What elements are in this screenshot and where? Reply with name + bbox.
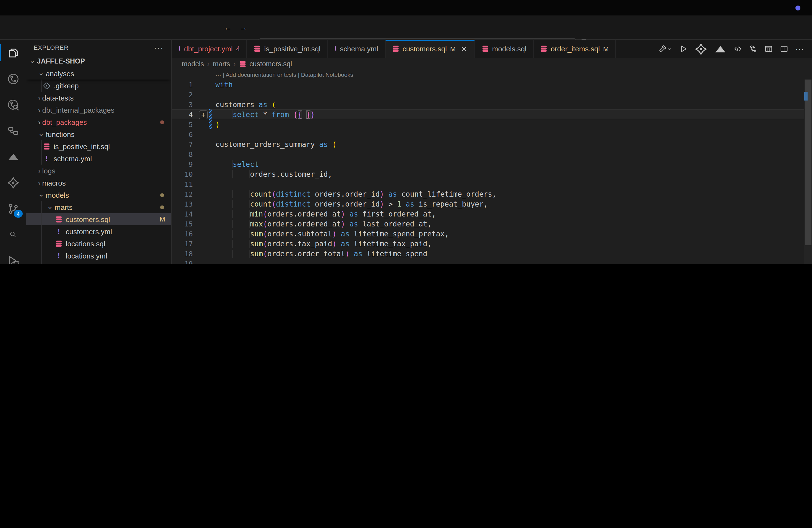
line-number[interactable]: 19: [172, 259, 193, 264]
tree-item-models[interactable]: ⌄models: [26, 189, 171, 201]
navigate-back-icon[interactable]: ←: [224, 23, 232, 32]
code-line-15[interactable]: 15 max(orders.ordered_at) as last_ordere…: [172, 219, 804, 229]
line-number[interactable]: 5: [172, 120, 193, 128]
code-line-19[interactable]: 19: [172, 259, 804, 264]
line-number[interactable]: 10: [172, 170, 193, 178]
code-line-16[interactable]: 16 sum(orders.subtotal) as lifetime_spen…: [172, 229, 804, 239]
activity-item-run-and-debug[interactable]: [0, 247, 26, 264]
tree-item-customers.yml[interactable]: !customers.yml: [26, 225, 171, 237]
tab-order_items-sql[interactable]: order_items.sqlM: [534, 40, 616, 58]
tree-item-analyses[interactable]: ⌄analyses: [26, 68, 171, 79]
action-altimate-action[interactable]: [714, 43, 726, 55]
line-number[interactable]: 4: [172, 110, 193, 118]
code-line-3[interactable]: 3customers as (: [172, 99, 804, 109]
code-line-7[interactable]: 7customer_orders_summary as (: [172, 139, 804, 149]
line-number[interactable]: 14: [172, 210, 193, 218]
line-number[interactable]: 18: [172, 249, 193, 258]
tree-item-locations.yml[interactable]: !locations.yml: [26, 250, 171, 262]
action-split-editor[interactable]: [780, 45, 788, 53]
line-number[interactable]: 1: [172, 80, 193, 89]
breadcrumb-marts[interactable]: marts: [213, 60, 230, 68]
code-line-9[interactable]: 9 select: [172, 159, 804, 169]
code-line-8[interactable]: 8: [172, 149, 804, 159]
line-number[interactable]: 6: [172, 130, 193, 138]
line-number[interactable]: 3: [172, 100, 193, 108]
explorer-header: EXPLORER ···: [26, 40, 171, 55]
tree-item-data-tests[interactable]: ›data-tests: [26, 92, 171, 104]
tree-item-label: locations.yml: [66, 252, 107, 260]
tree-item-.gitkeep[interactable]: .gitkeep: [26, 79, 171, 92]
modified-line-marker: [209, 109, 212, 119]
line-number[interactable]: 11: [172, 180, 193, 188]
line-number[interactable]: 9: [172, 160, 193, 168]
close-icon[interactable]: [460, 45, 468, 53]
add-line-button[interactable]: +: [199, 111, 208, 119]
code-line-6[interactable]: 6: [172, 129, 804, 139]
breadcrumb-models[interactable]: models: [182, 60, 204, 68]
code-line-11[interactable]: 11: [172, 179, 804, 189]
activity-item-project-map[interactable]: [0, 118, 26, 144]
tab-is_positive_int-sql[interactable]: is_positive_int.sql: [247, 40, 328, 58]
activity-item-explorer[interactable]: [0, 40, 26, 66]
tree-item-locations.sql[interactable]: locations.sql: [26, 237, 171, 250]
play-icon: [679, 45, 688, 53]
tree-item-customers.sql[interactable]: customers.sqlM: [26, 213, 171, 225]
tab-customers-sql[interactable]: customers.sqlM: [385, 40, 475, 58]
action-run-query[interactable]: [679, 45, 688, 53]
tree-item-logs[interactable]: ›logs: [26, 165, 171, 177]
code-line-2[interactable]: 2: [172, 89, 804, 99]
tab-dbt_project-yml[interactable]: !dbt_project.yml4: [172, 40, 247, 58]
code-line-17[interactable]: 17 sum(orders.tax_paid) as lifetime_tax_…: [172, 239, 804, 249]
tab-label: models.sql: [492, 45, 526, 53]
editor-scrollbar[interactable]: [804, 79, 812, 264]
action-more-actions[interactable]: ···: [795, 45, 804, 53]
activity-item-query-analysis[interactable]: [0, 92, 26, 118]
tree-item-dbt_internal_packages[interactable]: ›dbt_internal_packages: [26, 104, 171, 116]
gutter-decorations: [193, 139, 215, 149]
tree-item-marts[interactable]: ⌄marts: [26, 201, 171, 213]
line-number[interactable]: 8: [172, 150, 193, 158]
navigate-forward-icon[interactable]: →: [239, 23, 247, 32]
action-git-compare[interactable]: [749, 45, 757, 53]
line-number[interactable]: 12: [172, 190, 193, 198]
activity-item-source-control[interactable]: 4: [0, 195, 26, 221]
line-number[interactable]: 15: [172, 220, 193, 228]
code-editor[interactable]: models › marts › customers.sql ··· | Add…: [172, 58, 812, 264]
modified-badge: M: [160, 216, 165, 223]
code-line-1[interactable]: 1with: [172, 79, 804, 89]
activity-item-dbt-power-user[interactable]: [0, 170, 26, 195]
tree-item-functions[interactable]: ⌄functions: [26, 128, 171, 140]
line-number[interactable]: 7: [172, 140, 193, 148]
activity-item-lineage[interactable]: [0, 66, 26, 92]
codelens-actions[interactable]: ··· | Add documentation or tests | Datap…: [172, 70, 812, 79]
code-line-10[interactable]: 10 orders.customer_id,: [172, 169, 804, 179]
tree-item-is_positive_int.sql[interactable]: is_positive_int.sql: [26, 140, 171, 152]
tree-item-macros[interactable]: ›macros: [26, 177, 171, 189]
action-compiled-code[interactable]: [734, 45, 742, 53]
tree-item-schema.yml[interactable]: !schema.yml: [26, 152, 171, 165]
code-line-14[interactable]: 14 min(orders.ordered_at) as first_order…: [172, 209, 804, 219]
scrollbar-thumb[interactable]: [805, 79, 811, 245]
code-line-12[interactable]: 12 count(distinct orders.order_id) as co…: [172, 189, 804, 199]
activity-item-search[interactable]: [0, 221, 26, 247]
line-number[interactable]: 16: [172, 230, 193, 238]
tab-models-sql[interactable]: models.sql: [475, 40, 534, 58]
code-line-4[interactable]: 4+ select * from {{ }}: [172, 109, 804, 119]
tree-item-metricflow_time_spine.sql[interactable]: metricflow_time_spine.sql: [26, 262, 171, 264]
line-number[interactable]: 2: [172, 90, 193, 99]
tree-item-jaffle-shop[interactable]: ⌄JAFFLE-SHOP: [26, 55, 171, 68]
line-number[interactable]: 13: [172, 200, 193, 208]
action-dbt-build[interactable]: [658, 45, 672, 53]
code-line-5[interactable]: 5): [172, 119, 804, 129]
tab-schema-yml[interactable]: !schema.yml: [328, 40, 385, 58]
action-dbt-action[interactable]: [695, 43, 707, 55]
breadcrumb-file[interactable]: customers.sql: [249, 60, 292, 68]
activity-item-altimate[interactable]: [0, 144, 26, 170]
line-number[interactable]: 17: [172, 239, 193, 248]
breadcrumb[interactable]: models › marts › customers.sql: [172, 58, 812, 70]
code-line-13[interactable]: 13 count(distinct orders.order_id) > 1 a…: [172, 199, 804, 209]
tree-item-dbt_packages[interactable]: ›dbt_packages: [26, 116, 171, 128]
action-query-results[interactable]: [765, 45, 773, 53]
code-line-18[interactable]: 18 sum(orders.order_total) as lifetime_s…: [172, 249, 804, 259]
explorer-more-actions[interactable]: ···: [154, 43, 163, 52]
